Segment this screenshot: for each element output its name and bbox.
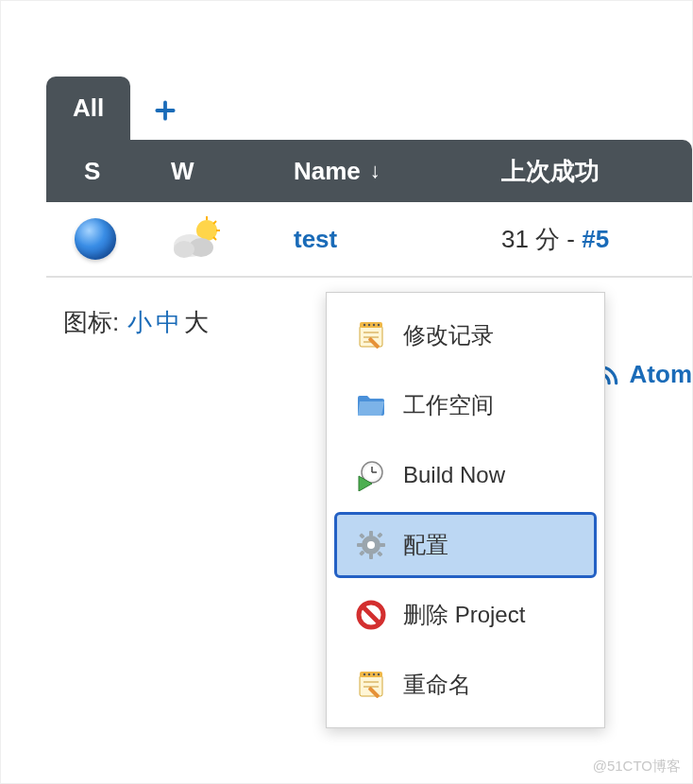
sort-down-icon: ↓	[370, 159, 380, 183]
svg-rect-25	[369, 554, 373, 559]
folder-icon	[354, 388, 388, 422]
column-weather[interactable]: W	[171, 157, 294, 186]
svg-rect-26	[357, 543, 363, 547]
icon-size-medium[interactable]: 中	[156, 306, 180, 339]
svg-point-32	[367, 541, 375, 549]
svg-point-14	[378, 324, 380, 326]
add-view-button[interactable]	[130, 81, 200, 140]
svg-rect-35	[360, 675, 382, 696]
last-success-time: 31 分 -	[501, 225, 582, 253]
menu-item-rename[interactable]: 重命名	[334, 652, 597, 718]
prohibit-icon	[354, 598, 388, 632]
watermark: @51CTO博客	[593, 758, 681, 775]
menu-item-workspace[interactable]: 工作空间	[334, 372, 597, 438]
menu-label: 删除 Project	[403, 600, 525, 630]
column-status[interactable]: S	[46, 157, 171, 186]
icon-size-large: 大	[184, 306, 209, 339]
svg-point-38	[368, 673, 370, 675]
view-tabs: All	[46, 77, 692, 140]
notepad-icon	[354, 318, 388, 352]
menu-label: 修改记录	[403, 320, 494, 350]
svg-rect-24	[369, 531, 373, 537]
menu-label: Build Now	[403, 462, 505, 488]
clock-play-icon	[354, 458, 388, 492]
job-context-menu: 修改记录 工作空间 Build Now	[326, 292, 605, 728]
icon-size-label: 图标:	[63, 306, 119, 339]
svg-point-40	[378, 673, 380, 675]
weather-icon	[171, 215, 224, 263]
atom-label: Atom	[630, 360, 692, 389]
menu-item-build-now[interactable]: Build Now	[334, 442, 597, 508]
icon-size-small[interactable]: 小	[127, 306, 152, 339]
svg-line-3	[213, 221, 216, 224]
column-name-label: Name	[294, 157, 361, 186]
svg-rect-9	[360, 326, 382, 347]
menu-item-changes[interactable]: 修改记录	[334, 302, 597, 368]
menu-item-delete[interactable]: 删除 Project	[334, 582, 597, 648]
svg-line-4	[213, 237, 216, 240]
gear-icon	[354, 528, 388, 562]
menu-label: 配置	[403, 530, 448, 560]
svg-rect-28	[359, 533, 364, 538]
column-last-success[interactable]: 上次成功	[501, 155, 692, 188]
last-success-build-link[interactable]: #5	[582, 225, 609, 253]
svg-point-11	[363, 324, 365, 326]
menu-label: 工作空间	[403, 390, 494, 420]
svg-rect-27	[380, 543, 385, 547]
menu-item-configure[interactable]: 配置	[334, 512, 597, 578]
menu-label: 重命名	[403, 670, 471, 700]
job-table-header: S W Name ↓ 上次成功	[46, 140, 692, 202]
svg-point-12	[368, 324, 370, 326]
svg-line-34	[363, 606, 380, 623]
job-row[interactable]: test 31 分 - #5	[46, 202, 692, 278]
plus-icon	[153, 98, 177, 123]
notepad-edit-icon	[354, 668, 388, 702]
svg-rect-29	[377, 551, 382, 556]
svg-point-37	[363, 673, 365, 675]
svg-rect-30	[377, 532, 382, 537]
column-name[interactable]: Name ↓	[294, 157, 501, 186]
job-name-link[interactable]: test	[294, 225, 337, 254]
tab-all[interactable]: All	[46, 77, 130, 140]
svg-point-13	[373, 324, 375, 326]
status-ball-icon	[75, 218, 116, 260]
svg-point-39	[373, 673, 375, 675]
svg-point-7	[174, 241, 194, 258]
atom-feed-link[interactable]: Atom	[596, 360, 692, 389]
